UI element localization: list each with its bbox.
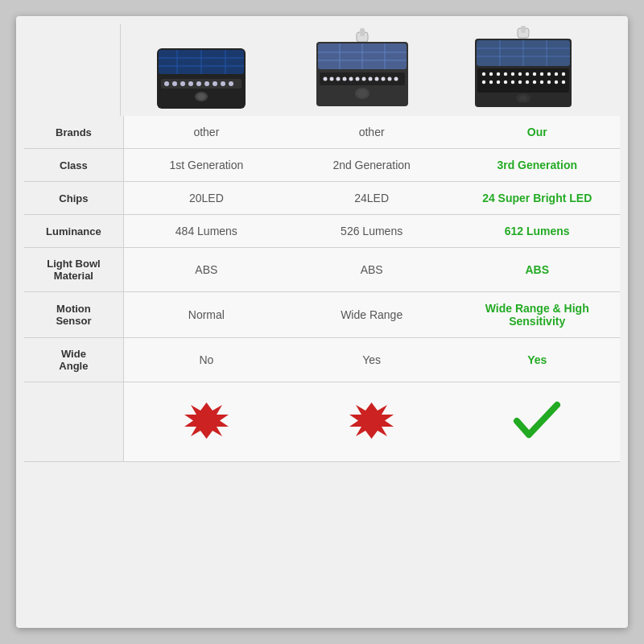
- row-luminance: Luminance 484 Lumens 526 Lumens 612 Lume…: [24, 215, 620, 248]
- label-chips: Chips: [24, 182, 123, 215]
- product-image-3: [443, 24, 604, 116]
- row-icons: [24, 382, 620, 462]
- svg-point-40: [394, 77, 398, 81]
- brands-col2: other: [289, 116, 455, 149]
- svg-rect-44: [521, 26, 526, 33]
- class-col2: 2nd Generation: [289, 149, 455, 182]
- product-image-2: [282, 24, 443, 116]
- label-brands: Brands: [24, 116, 123, 149]
- label-wide-angle: WideAngle: [24, 338, 123, 382]
- row-class: Class 1st Generation 2nd Generation 3rd …: [24, 149, 620, 182]
- brands-col1: other: [123, 116, 289, 149]
- motion-col1: Normal: [123, 292, 289, 338]
- svg-point-9: [172, 81, 177, 86]
- label-light-bowl: Light BowlMaterial: [24, 248, 123, 292]
- svg-point-65: [482, 80, 485, 84]
- lightbowl-col1: ABS: [123, 248, 289, 292]
- icon-col2: [289, 382, 455, 462]
- svg-point-76: [562, 80, 565, 84]
- label-motion-sensor: MotionSensor: [24, 292, 123, 338]
- svg-rect-20: [360, 28, 365, 36]
- brands-col3: Our: [454, 116, 620, 149]
- svg-point-62: [547, 72, 551, 76]
- svg-point-56: [504, 72, 507, 76]
- luminance-col2: 526 Lumens: [289, 215, 455, 248]
- svg-marker-80: [349, 402, 394, 439]
- label-icons: [24, 382, 123, 462]
- svg-point-38: [382, 77, 386, 81]
- svg-point-29: [324, 77, 328, 81]
- svg-point-37: [375, 77, 379, 81]
- wideangle-col1: No: [123, 338, 289, 382]
- comparison-table: Brands other other Our Class 1st Generat…: [24, 116, 620, 462]
- svg-point-66: [489, 80, 493, 84]
- svg-point-36: [369, 77, 373, 81]
- svg-point-70: [518, 80, 522, 84]
- svg-point-57: [511, 72, 514, 76]
- chips-col2: 24LED: [289, 182, 455, 215]
- svg-point-11: [188, 81, 193, 86]
- label-class: Class: [24, 149, 123, 182]
- svg-point-42: [357, 90, 367, 97]
- chips-col1: 20LED: [123, 182, 289, 215]
- chips-col3: 24 Super Bright LED: [454, 182, 620, 215]
- svg-point-73: [540, 80, 543, 84]
- svg-point-53: [482, 72, 485, 76]
- svg-point-71: [526, 80, 529, 84]
- check-mark-icon: [513, 398, 561, 443]
- row-chips: Chips 20LED 24LED 24 Super Bright LED: [24, 182, 620, 215]
- svg-point-74: [547, 80, 551, 84]
- luminance-col3: 612 Lumens: [454, 215, 620, 248]
- svg-point-30: [330, 77, 334, 81]
- icon-col1: [123, 382, 289, 462]
- svg-point-58: [518, 72, 522, 76]
- svg-point-16: [229, 81, 233, 86]
- svg-point-12: [196, 81, 201, 86]
- row-motion-sensor: MotionSensor Normal Wide Range Wide Rang…: [24, 292, 620, 338]
- motion-col3: Wide Range & High Sensitivity: [454, 292, 620, 338]
- svg-point-15: [221, 81, 225, 86]
- svg-point-54: [489, 72, 493, 76]
- wideangle-col2: Yes: [289, 338, 455, 382]
- svg-point-67: [497, 80, 500, 84]
- svg-point-63: [555, 72, 558, 76]
- svg-marker-79: [184, 402, 229, 439]
- svg-point-33: [349, 77, 353, 81]
- svg-point-69: [511, 80, 514, 84]
- svg-point-10: [180, 81, 185, 86]
- svg-point-72: [533, 80, 536, 84]
- svg-point-32: [343, 77, 347, 81]
- svg-point-14: [213, 81, 217, 86]
- product-image-1: [121, 24, 282, 116]
- svg-point-64: [562, 72, 565, 76]
- svg-point-68: [504, 80, 507, 84]
- luminance-col1: 484 Lumens: [123, 215, 289, 248]
- svg-point-75: [555, 80, 558, 84]
- svg-point-35: [362, 77, 366, 81]
- label-luminance: Luminance: [24, 215, 123, 248]
- row-brands: Brands other other Our: [24, 116, 620, 149]
- svg-point-31: [336, 77, 341, 81]
- svg-point-59: [526, 72, 529, 76]
- svg-point-8: [164, 81, 169, 86]
- motion-col2: Wide Range: [289, 292, 455, 338]
- svg-point-13: [204, 81, 209, 86]
- svg-point-39: [388, 77, 392, 81]
- class-col3: 3rd Generation: [454, 149, 620, 182]
- svg-point-60: [533, 72, 536, 76]
- x-mark-icon-2: [349, 398, 394, 443]
- row-wide-angle: WideAngle No Yes Yes: [24, 338, 620, 382]
- svg-point-18: [197, 93, 205, 100]
- svg-point-78: [519, 96, 527, 101]
- x-mark-icon-1: [184, 398, 229, 443]
- svg-point-34: [356, 77, 360, 81]
- comparison-card: Brands other other Our Class 1st Generat…: [16, 16, 628, 628]
- svg-point-61: [540, 72, 543, 76]
- class-col1: 1st Generation: [123, 149, 289, 182]
- svg-point-55: [497, 72, 500, 76]
- lightbowl-col2: ABS: [289, 248, 455, 292]
- icon-col3: [454, 382, 620, 462]
- wideangle-col3: Yes: [454, 338, 620, 382]
- row-light-bowl: Light BowlMaterial ABS ABS ABS: [24, 248, 620, 292]
- lightbowl-col3: ABS: [454, 248, 620, 292]
